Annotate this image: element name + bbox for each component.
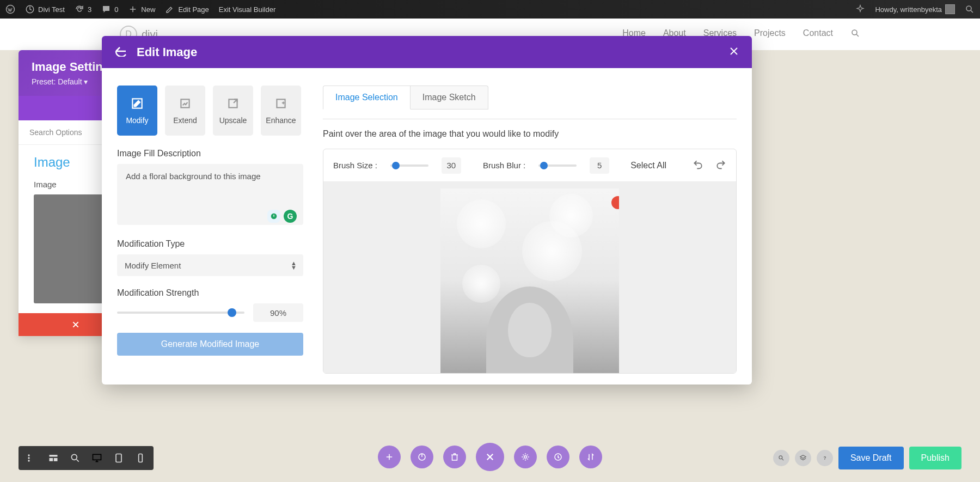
svg-point-9 <box>28 454 29 456</box>
nav-contact[interactable]: Contact <box>803 28 833 40</box>
fill-description-label: Image Fill Description <box>117 149 303 158</box>
enhance-icon <box>274 96 288 111</box>
howdy-user[interactable]: Howdy, writtenbyekta <box>875 4 955 14</box>
sort-button[interactable] <box>579 446 602 468</box>
svg-rect-13 <box>50 458 53 461</box>
svg-rect-12 <box>50 455 58 456</box>
updates-link[interactable]: 3 <box>75 4 91 14</box>
publish-button[interactable]: Publish <box>909 447 961 469</box>
edit-page-link[interactable]: Edit Page <box>165 4 209 14</box>
avatar <box>945 4 955 14</box>
svg-text:?: ? <box>823 456 826 461</box>
svg-point-15 <box>71 454 77 460</box>
site-name-link[interactable]: Divi Test <box>25 4 65 14</box>
bottom-left-tools <box>19 446 154 470</box>
brush-blur-value: 5 <box>590 157 609 174</box>
close-icon[interactable] <box>729 46 739 58</box>
close-builder-button[interactable] <box>476 443 504 471</box>
svg-point-11 <box>28 460 29 461</box>
upscale-icon <box>226 96 240 111</box>
trash-button[interactable] <box>443 446 466 468</box>
tab-image-sketch[interactable]: Image Sketch <box>411 86 488 109</box>
grammarly-icon[interactable]: G <box>284 210 297 223</box>
canvas-panel: Brush Size : 30 Brush Blur : 5 Select Al… <box>323 149 737 374</box>
brush-blur-label: Brush Blur : <box>483 161 525 170</box>
admin-search-icon[interactable] <box>965 4 975 14</box>
help-circle-button[interactable]: ? <box>817 450 833 466</box>
phone-icon[interactable] <box>135 453 146 463</box>
save-draft-button[interactable]: Save Draft <box>838 447 904 469</box>
mod-type-select[interactable]: Modify Element <box>117 254 303 276</box>
dashboard-icon <box>25 4 35 14</box>
mode-upscale[interactable]: Upscale <box>213 86 253 136</box>
brush-blur-slider[interactable] <box>538 164 577 167</box>
modal-header: Edit Image <box>102 36 752 68</box>
generate-button[interactable]: Generate Modified Image <box>117 333 303 356</box>
wp-admin-bar: Divi Test 3 0 New Edit Page Exit Visual … <box>0 0 980 19</box>
mode-extend[interactable]: Extend <box>165 86 205 136</box>
strength-value: 90% <box>253 303 303 322</box>
mode-enhance[interactable]: Enhance <box>261 86 301 136</box>
desktop-icon[interactable] <box>91 453 102 463</box>
strength-slider[interactable] <box>117 312 244 314</box>
power-button[interactable] <box>411 446 433 468</box>
brush-indicator <box>611 196 619 209</box>
nav-projects[interactable]: Projects <box>754 28 786 40</box>
brush-size-slider[interactable] <box>390 164 428 167</box>
menu-icon[interactable] <box>26 453 37 463</box>
svg-rect-18 <box>139 454 143 462</box>
history-button[interactable] <box>547 446 569 468</box>
svg-point-22 <box>779 456 782 459</box>
search-circle-button[interactable] <box>773 450 789 466</box>
ai-hint-icon[interactable] <box>267 210 280 223</box>
back-icon[interactable] <box>115 46 128 59</box>
tablet-icon[interactable] <box>113 453 124 463</box>
svg-rect-16 <box>93 454 101 460</box>
comment-icon <box>101 4 111 14</box>
svg-point-2 <box>966 6 971 11</box>
instruction-text: Paint over the area of the image that yo… <box>323 129 737 139</box>
redo-icon[interactable] <box>715 159 726 172</box>
wireframe-icon[interactable] <box>48 453 59 463</box>
pencil-icon <box>165 4 175 14</box>
canvas-area[interactable] <box>323 182 736 373</box>
new-link[interactable]: New <box>128 4 155 14</box>
plus-icon <box>128 4 138 14</box>
exit-visual-builder[interactable]: Exit Visual Builder <box>219 5 276 14</box>
mode-modify[interactable]: Modify <box>117 86 157 136</box>
svg-rect-14 <box>54 458 58 461</box>
svg-point-20 <box>524 455 527 458</box>
subject-person <box>470 276 590 373</box>
add-button[interactable] <box>378 446 401 468</box>
zoom-icon[interactable] <box>70 453 81 463</box>
modify-icon <box>130 96 144 111</box>
refresh-icon <box>75 4 84 14</box>
select-all-button[interactable]: Select All <box>630 161 666 170</box>
svg-rect-17 <box>116 454 121 462</box>
brush-size-value: 30 <box>442 157 461 174</box>
brush-size-label: Brush Size : <box>333 161 377 170</box>
settings-button[interactable] <box>514 446 537 468</box>
mod-type-label: Modification Type <box>117 239 303 249</box>
modal-title: Edit Image <box>137 45 197 59</box>
builder-bottom-bar: ? Save Draft Publish <box>19 446 961 470</box>
svg-point-10 <box>28 457 29 459</box>
tab-image-selection[interactable]: Image Selection <box>323 86 411 109</box>
edit-image-modal: Edit Image Modify Extend Upscale Enhance… <box>102 36 752 385</box>
comments-link[interactable]: 0 <box>101 4 118 14</box>
wp-logo-icon[interactable] <box>5 4 15 14</box>
svg-point-3 <box>852 30 857 35</box>
strength-label: Modification Strength <box>117 288 303 298</box>
nav-search-icon[interactable] <box>850 28 860 40</box>
undo-icon[interactable] <box>693 159 703 172</box>
ai-sparkle-icon[interactable] <box>855 4 865 14</box>
canvas-image[interactable] <box>440 188 619 373</box>
layers-circle-button[interactable] <box>795 450 811 466</box>
extend-icon <box>178 96 192 111</box>
